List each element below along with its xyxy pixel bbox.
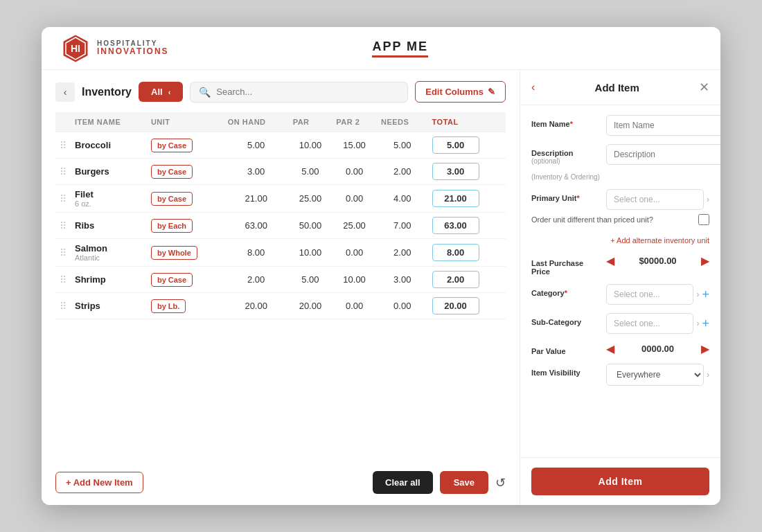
table-row: ⠿ Ribs by Each 63.00 50.00 25.00 7.00 bbox=[55, 213, 506, 239]
last-purchase-label: Last Purchase Price bbox=[531, 254, 601, 276]
par2-cell: 0.00 bbox=[332, 185, 377, 213]
table-row: ⠿ Filet 6 oz. by Case 21.00 25.00 0.00 4… bbox=[55, 185, 506, 213]
on-hand-cell: 20.00 bbox=[224, 293, 289, 319]
item-visibility-field-row: Item Visibility Everywhere › bbox=[531, 364, 709, 386]
inventory-body: ⠿ Broccoli by Case 5.00 10.00 15.00 5.00… bbox=[55, 132, 506, 319]
category-select[interactable]: Select one... bbox=[606, 284, 693, 305]
drag-handle: ⠿ bbox=[55, 132, 71, 159]
unit-badge[interactable]: by Case bbox=[151, 139, 193, 152]
clear-all-button[interactable]: Clear all bbox=[373, 471, 433, 494]
inventory-footer: + Add New Item Clear all Save ↺ bbox=[55, 464, 506, 494]
last-purchase-price-row: ◀ $0000.00 ▶ bbox=[606, 254, 709, 267]
par-value-field-row: Par Value ◀ 0000.00 ▶ bbox=[531, 342, 709, 355]
app-title: APP ME bbox=[372, 39, 428, 57]
unit-badge[interactable]: by Case bbox=[151, 192, 193, 206]
sub-category-select[interactable]: Select one... bbox=[606, 313, 693, 334]
unit-cell: by Case bbox=[147, 267, 224, 293]
panel-title: Add Item bbox=[595, 82, 639, 94]
description-field-row: Description (optional) bbox=[531, 144, 709, 165]
par2-cell: 15.00 bbox=[332, 132, 377, 159]
total-input[interactable] bbox=[432, 244, 479, 261]
logo-bottom: INNOVATIONS bbox=[97, 47, 169, 56]
refresh-button[interactable]: ↺ bbox=[495, 475, 506, 490]
total-input[interactable] bbox=[432, 217, 479, 234]
par-cell: 10.00 bbox=[289, 132, 333, 159]
unit-badge[interactable]: by Whole bbox=[151, 246, 197, 260]
inventory-ordering-label: (Inventory & Ordering) bbox=[531, 173, 709, 181]
par-cell: 10.00 bbox=[289, 239, 333, 267]
drag-handle: ⠿ bbox=[55, 213, 71, 239]
table-row: ⠿ Shrimp by Case 2.00 5.00 10.00 3.00 bbox=[55, 267, 506, 293]
item-name-input[interactable] bbox=[606, 115, 720, 136]
inventory-title: Inventory bbox=[82, 86, 132, 98]
description-input[interactable] bbox=[606, 144, 720, 165]
order-unit-label: Order unit different than priced unit? bbox=[531, 215, 653, 224]
sub-category-add-button[interactable]: + bbox=[702, 317, 709, 331]
drag-handle: ⠿ bbox=[55, 267, 71, 293]
unit-badge[interactable]: by Lb. bbox=[151, 299, 186, 313]
total-input[interactable] bbox=[432, 163, 479, 180]
primary-unit-required: * bbox=[576, 194, 579, 202]
on-hand-cell: 2.00 bbox=[224, 267, 289, 293]
order-unit-row: Order unit different than priced unit? bbox=[531, 214, 709, 225]
last-purchase-value: $0000.00 bbox=[619, 256, 697, 266]
par2-cell: 25.00 bbox=[332, 213, 377, 239]
category-chevron-icon: › bbox=[696, 290, 699, 299]
needs-cell: 5.00 bbox=[377, 132, 428, 159]
th-item-name: ITEM NAME bbox=[71, 112, 147, 132]
on-hand-cell: 63.00 bbox=[224, 213, 289, 239]
save-button[interactable]: Save bbox=[440, 471, 488, 494]
on-hand-cell: 21.00 bbox=[224, 185, 289, 213]
unit-badge[interactable]: by Case bbox=[151, 165, 193, 179]
order-unit-checkbox[interactable] bbox=[698, 214, 709, 225]
par-increase-button[interactable]: ▶ bbox=[701, 342, 709, 355]
unit-badge[interactable]: by Each bbox=[151, 219, 193, 233]
search-input[interactable] bbox=[216, 87, 399, 97]
par2-cell: 0.00 bbox=[332, 293, 377, 319]
price-increase-button[interactable]: ▶ bbox=[701, 254, 709, 267]
unit-cell: by Case bbox=[147, 185, 224, 213]
item-visibility-select[interactable]: Everywhere bbox=[606, 364, 704, 386]
panel-back-button[interactable]: ‹ bbox=[531, 81, 535, 94]
alt-unit-link[interactable]: + Add alternate inventory unit bbox=[610, 236, 709, 245]
drag-handle: ⠿ bbox=[55, 159, 71, 185]
panel-close-button[interactable]: ✕ bbox=[699, 80, 709, 95]
logo-area: HI HOSPITALITY INNOVATIONS bbox=[61, 34, 169, 63]
needs-cell: 2.00 bbox=[377, 239, 428, 267]
price-decrease-button[interactable]: ◀ bbox=[606, 254, 614, 267]
table-row: ⠿ Strips by Lb. 20.00 20.00 0.00 0.00 bbox=[55, 293, 506, 319]
total-input[interactable] bbox=[432, 297, 479, 314]
filter-label: All bbox=[151, 87, 163, 97]
filter-all-button[interactable]: All ‹ bbox=[139, 82, 183, 102]
category-field-row: Category* Select one... › + bbox=[531, 284, 709, 305]
total-input[interactable] bbox=[432, 271, 479, 288]
total-input[interactable] bbox=[432, 136, 479, 154]
category-label: Category* bbox=[531, 284, 601, 297]
par2-cell: 0.00 bbox=[332, 159, 377, 185]
edit-columns-label: Edit Columns bbox=[425, 87, 484, 97]
needs-cell: 4.00 bbox=[377, 185, 428, 213]
th-total: TOTAL bbox=[428, 112, 506, 132]
total-input[interactable] bbox=[432, 190, 479, 207]
th-needs: NEEDS bbox=[377, 112, 428, 132]
item-visibility-label: Item Visibility bbox=[531, 364, 601, 377]
search-box: 🔍 bbox=[190, 82, 408, 103]
unit-badge[interactable]: by Case bbox=[151, 273, 193, 287]
total-cell bbox=[428, 213, 506, 239]
inventory-back-button[interactable]: ‹ bbox=[55, 82, 75, 102]
panel-footer: Add Item bbox=[520, 457, 720, 505]
category-add-button[interactable]: + bbox=[702, 287, 709, 302]
drag-handle: ⠿ bbox=[55, 293, 71, 319]
total-cell bbox=[428, 132, 506, 159]
item-visibility-select-row: Everywhere › bbox=[606, 364, 709, 386]
par-decrease-button[interactable]: ◀ bbox=[606, 342, 614, 355]
add-new-item-button[interactable]: + Add New Item bbox=[55, 472, 143, 493]
par2-cell: 10.00 bbox=[332, 267, 377, 293]
filter-chevron-icon: ‹ bbox=[168, 88, 171, 96]
unit-cell: by Lb. bbox=[147, 293, 224, 319]
add-item-submit-button[interactable]: Add Item bbox=[531, 468, 709, 495]
primary-unit-select[interactable]: Select one... bbox=[606, 189, 704, 210]
edit-columns-button[interactable]: Edit Columns ✎ bbox=[415, 81, 506, 103]
primary-unit-field-row: Primary Unit* Select one... › bbox=[531, 189, 709, 210]
item-name-cell: Burgers bbox=[71, 159, 147, 185]
